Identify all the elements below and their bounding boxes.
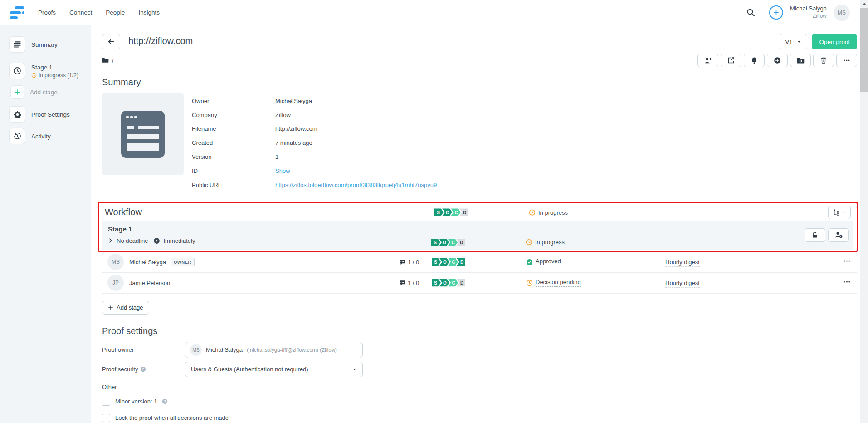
field-row: Created7 minutes ago [192, 136, 437, 150]
workflow-annotation-box: Workflow S O C D In progress [98, 202, 858, 252]
comment-icon [399, 280, 405, 286]
sidebar-item-add-stage[interactable]: Add stage [0, 85, 91, 99]
lock-stage-button[interactable] [805, 228, 825, 242]
proof-security-select[interactable]: Users & Guests (Authentication not requi… [185, 362, 363, 377]
digest-setting[interactable]: Hourly digest [665, 280, 700, 286]
field-row: Public URLhttps://ziflos.folderflow.com/… [192, 178, 437, 192]
field-row: OwnerMichał Sałyga [192, 94, 437, 108]
owner-badge: OWNER [171, 258, 195, 266]
summary-section: OwnerMichał Sałyga CompanyZiflow Filenam… [102, 93, 857, 192]
version-select[interactable]: V1 [780, 34, 808, 49]
open-proof-button[interactable]: Open proof [812, 34, 857, 49]
add-stage-button[interactable]: Add stage [102, 301, 149, 315]
show-id-link[interactable]: Show [275, 167, 290, 174]
summary-icon [9, 36, 25, 53]
minor-version-checkbox[interactable] [102, 398, 110, 406]
search-icon[interactable] [746, 8, 755, 17]
chevron-right-icon[interactable] [108, 238, 113, 243]
history-icon [9, 128, 25, 144]
comment-count[interactable]: 1 / 0 [399, 280, 419, 286]
digest-setting[interactable]: Hourly digest [665, 259, 700, 266]
sidebar-item-summary[interactable]: Summary [0, 36, 91, 53]
share-icon [727, 57, 735, 64]
decision-status[interactable]: Approved [526, 258, 561, 266]
reviewer-avatar: MS [107, 254, 124, 270]
user-menu[interactable]: Michał Sałyga Ziflow [790, 5, 827, 20]
plus-circle-icon [774, 57, 781, 64]
reviewer-avatar: JP [107, 275, 124, 291]
workflow-heading: Workflow [105, 207, 142, 217]
bell-icon [751, 57, 758, 64]
sidebar-item-activity[interactable]: Activity [0, 128, 91, 144]
public-url-link[interactable]: https://ziflos.folderflow.com/proof/3f38… [275, 182, 437, 188]
scrollbar-thumb[interactable] [860, 8, 868, 92]
nav-right: Michał Sałyga Ziflow MS [746, 5, 850, 21]
help-icon[interactable] [140, 366, 146, 372]
proof-security-label: Proof security [102, 366, 138, 373]
sidebar-item-proof-settings[interactable]: Proof Settings [0, 106, 91, 123]
workflow-view-button[interactable] [828, 206, 851, 219]
nav-item-proofs[interactable]: Proofs [38, 9, 56, 16]
person-plus-icon [704, 57, 712, 64]
sidebar-item-stage-1[interactable]: Stage 1 In progress (1/2) [0, 63, 91, 79]
ellipsis-icon [843, 278, 851, 286]
proof-settings-heading: Proof settings [102, 326, 857, 336]
user-avatar[interactable]: MS [834, 5, 850, 21]
proof-title[interactable]: http://ziflow.com [128, 36, 193, 48]
in-progress-icon [526, 239, 532, 246]
chevron-down-icon [842, 210, 846, 214]
plus-icon [10, 85, 24, 99]
share-button[interactable] [721, 54, 741, 67]
proof-owner-label: Proof owner [102, 342, 185, 358]
new-version-button[interactable] [767, 54, 788, 67]
move-to-folder-button[interactable] [790, 54, 811, 67]
proof-actions [697, 54, 857, 67]
nav-divider [762, 6, 762, 19]
in-progress-icon [31, 73, 37, 78]
stage-name[interactable]: Stage 1 [108, 225, 132, 234]
decision-status[interactable]: Decision pending [526, 279, 581, 287]
proof-owner-row: Proof owner MS Michał Sałyga (michal.sal… [102, 342, 857, 358]
manage-reviewers-button[interactable] [828, 228, 849, 242]
back-button[interactable] [102, 34, 120, 49]
lock-proof-checkbox[interactable] [102, 414, 110, 422]
field-row: Filenamehttp://ziflow.com [192, 122, 437, 136]
top-nav: Proofs Connect People Insights Michał Sa… [0, 0, 868, 25]
stage-deadline[interactable]: No deadline [117, 237, 148, 244]
comment-count[interactable]: 1 / 0 [399, 259, 419, 266]
nav-item-people[interactable]: People [106, 9, 125, 16]
add-reviewer-button[interactable] [697, 54, 718, 67]
option-row: Minor version: 1 [102, 398, 857, 406]
delete-button[interactable] [813, 54, 834, 67]
vertical-scrollbar[interactable] [860, 0, 868, 423]
ellipsis-icon [843, 57, 850, 64]
socd-badges: S O C D [432, 258, 465, 266]
trash-icon [820, 57, 827, 64]
notifications-button[interactable] [744, 54, 765, 67]
comment-icon [399, 259, 405, 265]
socd-badges: S O C D [434, 208, 468, 216]
user-company: Ziflow [790, 13, 827, 20]
socd-badges: S O C D [431, 239, 465, 246]
nav-item-insights[interactable]: Insights [138, 9, 160, 16]
unlock-icon [811, 231, 819, 239]
reviewer-more-button[interactable] [843, 278, 851, 288]
person-gear-icon [835, 231, 843, 239]
create-new-button[interactable] [769, 5, 783, 20]
scroll-up-arrow[interactable] [860, 0, 868, 7]
stage-card: Stage 1 No deadline Immediately S O C D [102, 221, 853, 250]
proof-security-row: Proof security Users & Guests (Authentic… [102, 362, 857, 377]
ellipsis-icon [843, 257, 851, 265]
summary-heading: Summary [102, 77, 857, 88]
option-row: Lock the proof when all decisions are ma… [102, 414, 857, 422]
breadcrumb[interactable]: / [102, 57, 114, 64]
sidebar: Summary Stage 1 In progress (1/2) Add st… [0, 25, 91, 423]
reviewer-name: Jamie Peterson [129, 280, 170, 286]
stage-start[interactable]: Immediately [163, 237, 195, 244]
proof-owner-field[interactable]: MS Michał Sałyga (michal.salyga-ffff@zif… [185, 342, 363, 358]
reviewer-more-button[interactable] [843, 257, 851, 267]
help-icon[interactable] [162, 398, 168, 404]
more-actions-button[interactable] [836, 54, 857, 67]
nav-item-connect[interactable]: Connect [69, 9, 92, 16]
ziflow-logo[interactable] [9, 6, 24, 20]
